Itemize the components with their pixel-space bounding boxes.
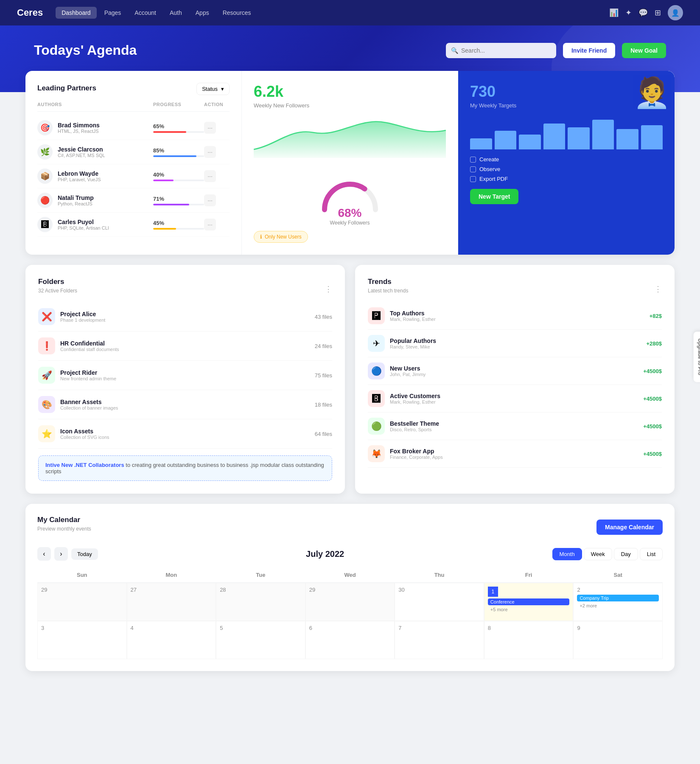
folder-file-count: 43 files	[315, 314, 332, 320]
nav-auth[interactable]: Auth	[164, 7, 188, 19]
folders-more-icon[interactable]: ⋮	[325, 284, 332, 294]
progress-wrap: 85%	[153, 147, 204, 157]
list-item[interactable]: 🦊 Fox Broker App Finance, Corporate, App…	[368, 440, 662, 468]
trends-more-icon[interactable]: ⋮	[654, 284, 662, 294]
partner-avatar: 🔴	[37, 193, 53, 208]
promo-link[interactable]: Intive New .NET Collaborators	[45, 462, 124, 468]
calendar-section: My Calendar Preview monthly events Manag…	[25, 504, 675, 671]
cal-cell-5[interactable]: 5	[216, 621, 305, 659]
cal-cell-8[interactable]: 8	[484, 621, 574, 659]
action-button[interactable]: ···	[204, 194, 216, 206]
cal-cell-7[interactable]: 7	[395, 621, 484, 659]
list-item[interactable]: 🎨 Banner Assets Collection of banner ima…	[38, 390, 332, 419]
new-target-button[interactable]: New Target	[470, 189, 518, 204]
calendar-header: My Calendar Preview monthly events Manag…	[37, 516, 663, 539]
cal-cell-30[interactable]: 30	[395, 583, 484, 621]
list-item[interactable]: ⭐ Icon Assets Collection of SVG icons 64…	[38, 419, 332, 449]
stats-icon[interactable]: 📊	[609, 8, 619, 17]
trend-icon: 🔵	[368, 362, 385, 379]
search-input[interactable]	[446, 43, 556, 58]
list-item[interactable]: ❗ HR Confidential Confidential staff doc…	[38, 331, 332, 361]
progress-fill	[153, 228, 176, 230]
view-day-button[interactable]: Day	[614, 548, 638, 560]
company-trip-event[interactable]: Company Trip	[577, 595, 659, 601]
partner-tech: PHP, SQLite, Artisan CLI	[58, 225, 109, 230]
more-events-fri[interactable]: +5 more	[488, 606, 570, 613]
conference-event[interactable]: Conference	[488, 598, 570, 605]
cal-cell-prev-29b[interactable]: 29	[305, 583, 395, 621]
cal-cell-6[interactable]: 6	[305, 621, 395, 659]
folder-file-count: 24 files	[315, 343, 332, 349]
export-checkbox[interactable]	[470, 176, 476, 182]
trend-value: +4500$	[643, 396, 662, 402]
bar-chart-bar	[592, 120, 614, 149]
nav-resources[interactable]: Resources	[217, 7, 257, 19]
day-header-tue: Tue	[216, 567, 305, 583]
observe-checkbox[interactable]	[470, 166, 476, 172]
nav-apps[interactable]: Apps	[190, 7, 215, 19]
messages-icon[interactable]: 💬	[638, 8, 648, 17]
cal-cell-4[interactable]: 4	[127, 621, 216, 659]
trend-value: +280$	[646, 340, 662, 347]
manage-calendar-button[interactable]: Manage Calendar	[596, 520, 663, 535]
list-item[interactable]: 🟢 Bestseller Theme Disco, Retro, Sports …	[368, 413, 662, 440]
trend-people: Mark, Rowling, Esther	[390, 399, 440, 404]
status-dropdown[interactable]: Status ▾	[196, 83, 230, 95]
action-button[interactable]: ···	[204, 170, 216, 182]
trend-value: +4500$	[643, 368, 662, 374]
trend-name: New Users	[390, 365, 426, 372]
view-list-button[interactable]: List	[640, 548, 663, 560]
list-item[interactable]: 🚀 Project Rider New frontend admin theme…	[38, 361, 332, 390]
day-header-mon: Mon	[127, 567, 216, 583]
partner-info: 📦 Lebron Wayde PHP, Laravel, VueJS	[37, 169, 153, 184]
nav-dashboard[interactable]: Dashboard	[56, 7, 97, 19]
prev-month-button[interactable]: ‹	[37, 547, 51, 561]
settings-icon[interactable]: ✦	[625, 8, 632, 17]
info-icon: ℹ	[260, 234, 262, 240]
list-item[interactable]: ✈ Popular Authors Randy, Steve, Mike +28…	[368, 330, 662, 357]
cal-cell-prev-28[interactable]: 28	[216, 583, 305, 621]
grid-icon[interactable]: ⊞	[655, 8, 661, 17]
nav-pages[interactable]: Pages	[98, 7, 127, 19]
trends-title: Trends	[368, 278, 408, 286]
folder-icon: 🚀	[38, 367, 55, 384]
action-button[interactable]: ···	[204, 146, 216, 158]
trend-list: 🅿 Top Authors Mark, Rowling, Esther +82$…	[368, 302, 662, 468]
gauge-percent: 68%	[254, 206, 446, 220]
today-button[interactable]: Today	[71, 548, 98, 560]
table-row: 🌿 Jessie Clarcson C#, ASP.NET, MS SQL 85…	[37, 140, 230, 164]
action-button[interactable]: ···	[204, 219, 216, 230]
cal-cell-9[interactable]: 9	[573, 621, 663, 659]
list-item[interactable]: 🔵 New Users John, Pat, Jimmy +4500$	[368, 357, 662, 385]
folder-list: ❌ Project Alice Phase 1 development 43 f…	[38, 302, 332, 449]
partner-name: Brad Simmons	[58, 122, 100, 129]
leading-partners-title: Leading Partners	[37, 84, 96, 93]
list-item[interactable]: 🅱 Active Customers Mark, Rowling, Esther…	[368, 385, 662, 413]
invite-friend-button[interactable]: Invite Friend	[563, 43, 615, 58]
new-goal-button[interactable]: New Goal	[622, 43, 666, 58]
view-week-button[interactable]: Week	[584, 548, 612, 560]
calendar-view-buttons: Month Week Day List	[552, 548, 663, 560]
trend-name: Active Customers	[390, 393, 440, 399]
action-button[interactable]: ···	[204, 122, 216, 134]
next-month-button[interactable]: ›	[54, 547, 68, 561]
create-checkbox[interactable]	[470, 157, 476, 163]
progress-bar	[153, 204, 204, 205]
target-option-observe: Observe	[470, 166, 663, 172]
progress-wrap: 71%	[153, 196, 204, 205]
cal-cell-prev-29[interactable]: 29	[37, 583, 127, 621]
cal-cell-3[interactable]: 3	[37, 621, 127, 659]
list-item[interactable]: 🅿 Top Authors Mark, Rowling, Esther +82$	[368, 302, 662, 330]
more-events-sat[interactable]: +2 more	[577, 602, 659, 609]
list-item[interactable]: ❌ Project Alice Phase 1 development 43 f…	[38, 302, 332, 331]
user-avatar[interactable]: 👤	[668, 5, 683, 20]
upgrade-tab[interactable]: Upgrade to Pro	[694, 331, 700, 382]
cal-cell-2[interactable]: 2 Company Trip +2 more	[573, 583, 663, 621]
trend-value: +82$	[650, 313, 662, 319]
trend-icon: 🟢	[368, 418, 385, 435]
cal-cell-prev-27[interactable]: 27	[127, 583, 216, 621]
cal-cell-1[interactable]: 1 Conference +5 more	[484, 583, 574, 621]
view-month-button[interactable]: Month	[552, 548, 582, 560]
trends-panel: Trends Latest tech trends ⋮ 🅿 Top Author…	[355, 265, 675, 494]
nav-account[interactable]: Account	[129, 7, 162, 19]
